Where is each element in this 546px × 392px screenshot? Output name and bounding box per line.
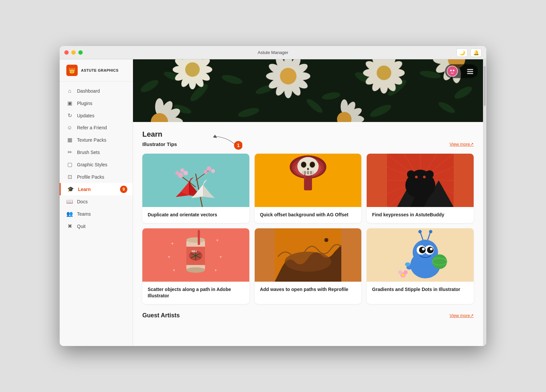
scrollbar-thumb[interactable] [484, 66, 486, 106]
notification-button[interactable]: 🔔 [470, 48, 482, 57]
card-gradients-stipple[interactable]: Gradients and Stipple Dots in Illustrato… [367, 228, 474, 304]
refer-icon: ☺ [66, 125, 73, 131]
card-4-title: Scatter objects along a path in Adobe Il… [148, 286, 244, 299]
maximize-button[interactable] [78, 50, 83, 55]
card-offset-background[interactable]: Quick offset background with AG Offset [255, 154, 362, 223]
minimize-button[interactable] [71, 50, 76, 55]
svg-point-183 [418, 230, 422, 233]
svg-point-43 [280, 68, 297, 85]
card-2-body: Quick offset background with AG Offset [255, 207, 362, 223]
svg-text:✦: ✦ [171, 241, 174, 246]
brush-sets-icon: ✏ [66, 149, 73, 155]
svg-text:✦: ✦ [167, 255, 171, 259]
sidebar-item-profile-packs[interactable]: ⊡ Profile Packs [60, 171, 133, 183]
svg-text:✦: ✦ [216, 238, 219, 243]
sidebar-item-quit[interactable]: ✖ Quit [60, 220, 133, 232]
sidebar-item-refer[interactable]: ☺ Refer a Friend [60, 122, 133, 134]
quit-icon: ✖ [66, 223, 73, 229]
sidebar-label-profile-packs: Profile Packs [77, 174, 104, 180]
card-6-title: Gradients and Stipple Dots in Illustrato… [372, 286, 468, 293]
sidebar-item-docs[interactable]: 📖 Docs [60, 195, 133, 208]
monster-illustration [387, 228, 454, 282]
home-icon: ⌂ [66, 88, 73, 94]
sidebar-item-graphic-styles[interactable]: ▢ Graphic Styles [60, 158, 133, 171]
svg-text:✦: ✦ [172, 268, 176, 273]
scrollbar[interactable] [483, 59, 486, 346]
texture-packs-icon: ▦ [66, 137, 73, 143]
svg-point-188 [432, 254, 447, 269]
sidebar-label-refer: Refer a Friend [77, 125, 107, 130]
main-content: Learn Illustrator Tips 1 View [133, 59, 483, 346]
hero-banner [133, 59, 483, 122]
updates-icon: ↻ [66, 112, 73, 119]
cookie-illustration [275, 228, 341, 282]
svg-point-149 [410, 170, 430, 188]
hero-banner-svg [133, 59, 483, 122]
card-duplicate-vectors[interactable]: Duplicate and orientate vectors [142, 154, 249, 223]
card-5-thumbnail [255, 228, 362, 282]
svg-point-30 [185, 62, 200, 77]
sidebar-label-dashboard: Dashboard [77, 88, 100, 94]
guest-artists-view-more[interactable]: View more↗ [450, 313, 474, 318]
sidebar-item-dashboard[interactable]: ⌂ Dashboard [60, 85, 133, 97]
learn-icon: 🎓 [67, 186, 74, 192]
guest-artists-header: Guest Artists View more↗ [142, 312, 474, 319]
view-more-link[interactable]: View more↗ [450, 142, 474, 147]
sidebar-label-brush-sets: Brush Sets [77, 150, 100, 155]
subsection-label: Illustrator Tips [142, 141, 177, 147]
sidebar-item-updates[interactable]: ↻ Updates [60, 109, 133, 122]
window-title: Astute Manager [258, 50, 288, 55]
svg-point-81 [450, 70, 452, 71]
card-2-thumbnail [255, 154, 362, 207]
notification-icon: 🔔 [473, 50, 479, 55]
sidebar-label-texture-packs: Texture Packs [77, 137, 106, 143]
svg-point-98 [211, 169, 215, 173]
svg-point-187 [405, 262, 410, 266]
logo-icon: 👑 [66, 65, 78, 76]
crown-icon: 👑 [69, 67, 75, 74]
card-1-title: Duplicate and orientate vectors [148, 212, 244, 218]
svg-point-166 [186, 267, 205, 273]
sidebar-item-texture-packs[interactable]: ▦ Texture Packs [60, 134, 133, 146]
svg-text:✦: ✦ [219, 255, 222, 259]
teams-icon: 👥 [66, 211, 73, 217]
sidebar-item-learn[interactable]: 🎓 Learn 9 [60, 183, 133, 195]
svg-rect-167 [198, 230, 200, 245]
sidebar-item-teams[interactable]: 👥 Teams [60, 208, 133, 220]
svg-point-121 [310, 162, 315, 168]
svg-point-185 [429, 230, 432, 233]
sidebar-label-updates: Updates [77, 113, 94, 118]
darkmode-icon: 🌙 [459, 50, 465, 55]
card-keypresses[interactable]: Find keypresses in AstuteBuddy [367, 154, 474, 223]
learn-badge: 9 [120, 186, 127, 193]
svg-point-191 [398, 270, 402, 274]
skull-illustration [275, 154, 341, 207]
cards-grid: Duplicate and orientate vectors [142, 154, 474, 304]
logo-area: 👑 ASTUTE GRAPHICS [60, 59, 133, 82]
docs-icon: 📖 [66, 198, 73, 205]
svg-point-172 [324, 238, 328, 242]
card-waves-paths[interactable]: Add waves to open paths with Reprofile [255, 228, 362, 304]
guest-artists-title: Guest Artists [142, 312, 180, 319]
sidebar-item-plugins[interactable]: ▣ Plugins [60, 97, 133, 109]
sidebar-label-teams: Teams [77, 211, 91, 217]
sidebar-nav: ⌂ Dashboard ▣ Plugins ↻ Updates ☺ Refer … [60, 82, 133, 346]
card-scatter-objects[interactable]: ✦ ✦ ✦ ✦ ✦ ✦ [142, 228, 249, 304]
section-title: Learn [142, 130, 162, 139]
svg-point-97 [207, 166, 211, 171]
svg-point-165 [186, 237, 205, 243]
svg-text:✦: ✦ [214, 268, 217, 273]
close-button[interactable] [64, 50, 69, 55]
title-bar-actions: 🌙 🔔 [456, 48, 482, 57]
app-body: 👑 ASTUTE GRAPHICS ⌂ Dashboard ▣ Plugins … [60, 59, 486, 346]
darkmode-button[interactable]: 🌙 [456, 48, 468, 57]
card-5-title: Add waves to open paths with Reprofile [260, 286, 356, 293]
card-2-title: Quick offset background with AG Offset [260, 212, 356, 218]
graphic-styles-icon: ▢ [66, 161, 73, 168]
card-4-body: Scatter objects along a path in Adobe Il… [142, 282, 249, 304]
sidebar-item-brush-sets[interactable]: ✏ Brush Sets [60, 146, 133, 158]
svg-text:1: 1 [237, 142, 240, 148]
svg-point-120 [301, 162, 306, 168]
sidebar-label-docs: Docs [77, 199, 88, 204]
sidebar-label-quit: Quit [77, 224, 86, 229]
